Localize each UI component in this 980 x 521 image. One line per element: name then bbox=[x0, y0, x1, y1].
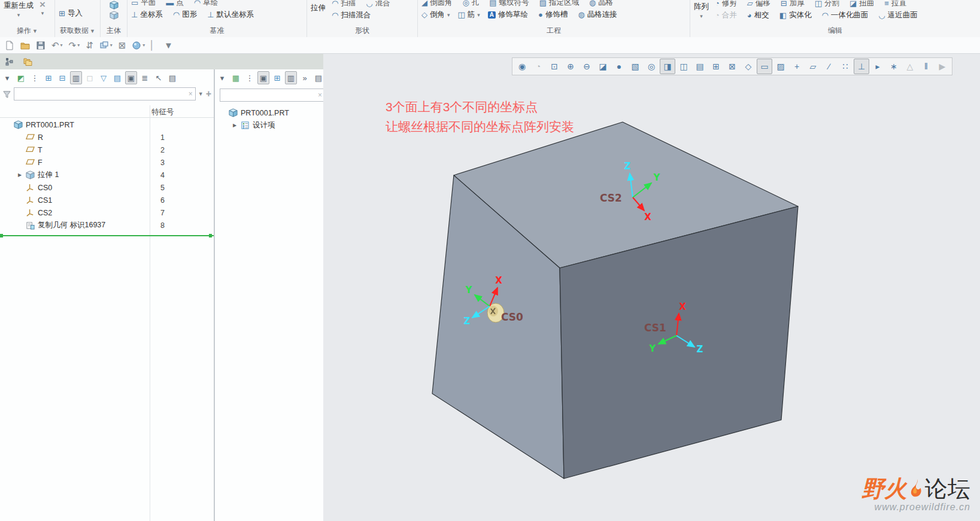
expand-arrow-icon[interactable]: ▶ bbox=[232, 123, 238, 128]
datum-item[interactable]: ⊥默认坐标系 bbox=[207, 10, 256, 20]
edit-item[interactable]: ◕相交 bbox=[747, 10, 772, 20]
pattern-button[interactable]: 阵列 ▾ bbox=[694, 1, 709, 19]
edit-item[interactable]: ◠一体化曲面 bbox=[822, 10, 871, 20]
edit-item[interactable]: ◧实体化 bbox=[779, 10, 814, 20]
clear-filter-icon[interactable]: × bbox=[189, 90, 193, 98]
group-label-shape[interactable]: 形状 bbox=[307, 26, 417, 36]
group-label-body[interactable]: 主体 bbox=[101, 26, 127, 36]
engineering-item[interactable]: ◍晶格 bbox=[589, 0, 615, 8]
tree-toolbar-search-doc[interactable]: ▤ bbox=[111, 71, 123, 84]
edit-item[interactable]: ◔修剪 bbox=[715, 1, 739, 8]
shape-item[interactable]: ◠扫描混合 bbox=[332, 10, 373, 20]
tree-toolbar-tree-filter[interactable]: ▽ bbox=[98, 71, 110, 84]
cs2-label[interactable]: CS2 bbox=[600, 192, 622, 204]
edit-item[interactable]: ⊟加厚 bbox=[781, 1, 807, 8]
tree-toolbar-tree-settings[interactable]: ▾ bbox=[1, 71, 13, 84]
import-button[interactable]: ⊞ 导入 bbox=[59, 8, 83, 19]
tree-row[interactable]: ▶ 设计项 bbox=[215, 119, 323, 132]
group-label-engineering[interactable]: 工程 bbox=[418, 26, 690, 36]
engineering-item[interactable]: ◫筋▾ bbox=[458, 10, 480, 20]
datum-item[interactable]: ◠图形 bbox=[173, 10, 199, 20]
navigator-tab-model-tree-tab[interactable] bbox=[4, 55, 16, 68]
design-toolbar-list-view[interactable]: ▣ bbox=[257, 71, 269, 84]
quickbar-regenerate[interactable]: ⇵ bbox=[83, 39, 96, 52]
quickbar-close-window[interactable]: ⊠ bbox=[116, 39, 129, 52]
design-filter-input[interactable] bbox=[223, 90, 318, 100]
tree-row[interactable]: R 1 bbox=[0, 131, 214, 144]
engineering-item[interactable]: ◇倒角▾ bbox=[421, 10, 450, 20]
chevron-down-icon[interactable]: ▾ bbox=[700, 13, 703, 19]
design-toolbar-overflow[interactable]: » bbox=[299, 71, 311, 84]
quickbar-open-file[interactable] bbox=[18, 39, 32, 51]
3d-model-canvas[interactable]: X Y Z CS0 X Y Z CS1 Z Y bbox=[323, 54, 980, 521]
engineering-item[interactable]: ◍晶格连接 bbox=[578, 10, 619, 20]
tree-row[interactable]: 复制几何 标识16937 8 bbox=[0, 219, 214, 231]
tree-row[interactable]: CS1 6 bbox=[0, 194, 214, 206]
datum-item[interactable]: ⊥坐标系 bbox=[131, 10, 165, 20]
chevron-down-icon[interactable]: ▾ bbox=[41, 10, 44, 16]
cs0-label[interactable]: CS0 bbox=[501, 311, 523, 323]
shape-item[interactable]: ◡混合 bbox=[366, 1, 392, 8]
quickbar-material-ball[interactable]: ▾ bbox=[129, 39, 147, 51]
quickbar-save[interactable] bbox=[34, 39, 48, 51]
design-toolbar-detail-doc[interactable]: ▤ bbox=[312, 71, 324, 84]
quickbar-undo[interactable]: ↶ ▾ bbox=[49, 39, 65, 52]
edit-item[interactable]: ≡拉直 bbox=[884, 1, 909, 8]
edit-item[interactable]: ◡逼近曲面 bbox=[878, 10, 920, 20]
chevron-down-icon[interactable]: ▾ bbox=[17, 12, 20, 18]
group-label-edit[interactable]: 编辑 bbox=[690, 26, 980, 36]
quickbar-window[interactable]: ▾ bbox=[97, 39, 115, 51]
group-label-datum[interactable]: 基准 bbox=[128, 26, 307, 36]
insert-here-indicator[interactable] bbox=[0, 235, 214, 236]
datum-item[interactable]: ▬点 bbox=[166, 0, 186, 8]
tree-row[interactable]: CS0 5 bbox=[0, 181, 214, 194]
quickbar-separator[interactable]: ▏ bbox=[148, 39, 160, 52]
cs1-label[interactable]: CS1 bbox=[644, 322, 666, 334]
tree-row[interactable]: PRT0001.PRT bbox=[0, 118, 214, 131]
engineering-item[interactable]: ▨指定区域 bbox=[539, 0, 581, 8]
body-cube-icon[interactable] bbox=[110, 1, 119, 10]
tree-toolbar-detail-doc[interactable]: ▤ bbox=[166, 71, 178, 84]
tree-toolbar-collapse-all[interactable]: ⊟ bbox=[56, 71, 68, 84]
tree-toolbar-select-arrow[interactable]: ↖ bbox=[153, 71, 165, 84]
navigator-tab-folder-browser-tab[interactable] bbox=[22, 55, 34, 68]
datum-item[interactable]: ▭平面 bbox=[131, 0, 158, 8]
engineering-item[interactable]: ▤螺纹符号 bbox=[489, 0, 531, 8]
tree-row[interactable]: CS2 7 bbox=[0, 206, 214, 219]
body-new-icon[interactable] bbox=[110, 11, 119, 20]
delete-button[interactable]: × ▾ bbox=[40, 1, 45, 16]
group-label-operations[interactable]: 操作▼ bbox=[0, 26, 54, 36]
tree-row[interactable]: PRT0001.PRT bbox=[215, 106, 323, 119]
filter-dropdown-icon[interactable]: ▼ bbox=[198, 91, 204, 97]
graphics-viewport[interactable]: ◉◔⊡⊕⊖◪●▧◎◨◫▤⊞⊠◇▭▨+▱∕∷⊥▸∗△‖▶ 3个面上有3个不同的坐标… bbox=[323, 54, 980, 521]
group-label-get-data[interactable]: 获取数据▼ bbox=[55, 26, 100, 36]
tree-row[interactable]: F 3 bbox=[0, 156, 214, 169]
engineering-item[interactable]: ◢倒圆角 bbox=[421, 0, 455, 8]
quickbar-toolbar-overflow[interactable]: ▼ bbox=[162, 39, 175, 51]
cube-model[interactable] bbox=[432, 122, 798, 479]
design-toolbar-tree-nodes[interactable]: ⊞ bbox=[271, 71, 283, 84]
tree-toolbar-unattached[interactable]: ◻ bbox=[84, 71, 96, 84]
tree-toolbar-list-view[interactable]: ▣ bbox=[125, 71, 137, 84]
design-toolbar-settings[interactable]: ▾ bbox=[216, 71, 228, 84]
tree-column-header[interactable]: 特征号 bbox=[0, 105, 214, 118]
tree-toolbar-more[interactable]: ⋮ bbox=[29, 71, 41, 84]
extrude-button[interactable]: 拉伸 bbox=[311, 1, 326, 13]
tree-toolbar-model-cube[interactable]: ◩ bbox=[15, 71, 27, 84]
engineering-item[interactable]: ●修饰槽 bbox=[538, 10, 570, 20]
engineering-item[interactable]: ◎孔 bbox=[463, 0, 482, 8]
engineering-item[interactable]: A修饰草绘 bbox=[488, 10, 530, 20]
design-toolbar-list-green[interactable]: ▦ bbox=[230, 71, 242, 84]
edit-item[interactable]: ◔合并 bbox=[715, 10, 739, 20]
expand-arrow-icon[interactable]: ▶ bbox=[17, 172, 23, 178]
edit-item[interactable]: ▱偏移 bbox=[747, 1, 773, 8]
regenerate-button[interactable]: 重新生成 ▾ bbox=[4, 1, 34, 18]
tree-row[interactable]: T 2 bbox=[0, 144, 214, 156]
edit-item[interactable]: ◪扭曲 bbox=[849, 1, 876, 8]
tree-toolbar-expand-all[interactable]: ⊞ bbox=[43, 71, 54, 84]
tree-filter-input[interactable] bbox=[17, 89, 189, 99]
datum-item[interactable]: ◠草绘 bbox=[194, 0, 220, 8]
design-toolbar-more[interactable]: ⋮ bbox=[244, 71, 256, 84]
shape-item[interactable]: ◠扫描 bbox=[332, 1, 358, 8]
add-filter-button[interactable]: + bbox=[206, 89, 211, 99]
